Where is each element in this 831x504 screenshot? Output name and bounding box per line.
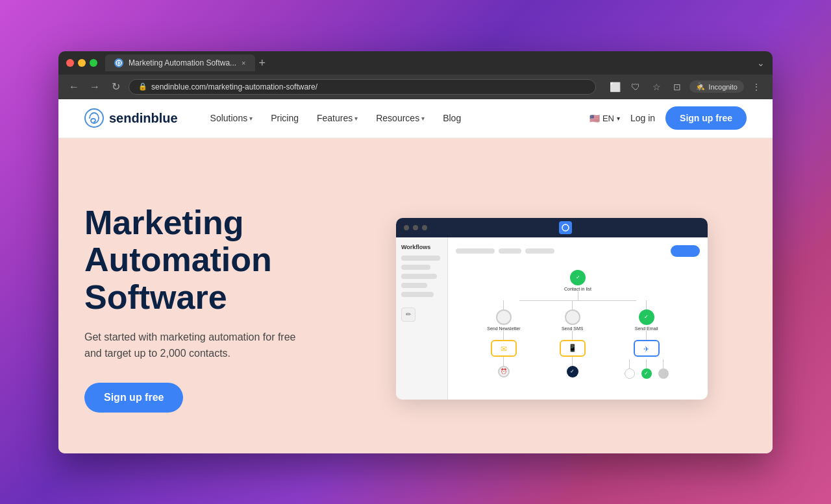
incognito-badge: 🕵 Incognito — [689, 80, 744, 93]
nav-right: 🇺🇸 EN ▾ Log in Sign up free — [589, 106, 747, 130]
refresh-button[interactable]: ↻ — [108, 79, 123, 95]
toolbar-bar-2 — [499, 248, 521, 254]
pricing-nav-link[interactable]: Pricing — [271, 113, 299, 123]
after-sms-line — [572, 357, 573, 366]
mockup-titlebar — [396, 218, 708, 237]
start-line — [578, 291, 578, 300]
workflow-diagram: ✓ Contact in list — [456, 267, 700, 379]
address-bar[interactable]: 🔒 sendinblue.com/marketing-automation-so… — [129, 79, 596, 95]
logo-icon — [84, 108, 104, 128]
sms-box: 📱 — [560, 340, 586, 357]
hero-cta-button[interactable]: Sign up free — [84, 383, 183, 413]
mockup-body: Workflows ✏ — [396, 237, 708, 400]
forward-button[interactable]: → — [87, 79, 103, 95]
tab-close-button[interactable]: × — [242, 59, 245, 67]
logo-text: sendinblue — [109, 111, 178, 126]
hero-title: Marketing Automation Software — [84, 204, 331, 316]
login-button[interactable]: Log in — [630, 113, 655, 123]
envelope-icon — [501, 342, 507, 354]
hero-section: Marketing Automation Software Get starte… — [58, 138, 773, 453]
tab-favicon — [114, 58, 123, 67]
dot-yellow[interactable] — [78, 59, 86, 67]
email-line-bottom — [646, 331, 647, 340]
newsletter-line-top — [503, 300, 504, 309]
resources-nav-link[interactable]: Resources ▾ — [376, 113, 425, 123]
browser-tab[interactable]: Marketing Automation Softwa... × — [105, 54, 255, 71]
features-nav-link[interactable]: Features ▾ — [317, 113, 358, 123]
branch-row: Send Newsletter ⏰ — [487, 300, 668, 379]
lang-chevron: ▾ — [617, 115, 620, 122]
extensions-button[interactable]: ⬜ — [606, 78, 623, 95]
newsletter-branch: Send Newsletter ⏰ — [487, 300, 520, 378]
toolbar-right: ⬜ 🛡 ☆ ⊡ 🕵 Incognito ⋮ — [606, 78, 765, 95]
branch-connector — [519, 300, 636, 301]
hero-image: Workflows ✏ — [357, 218, 747, 400]
mockup-dot-2 — [413, 225, 418, 230]
sidebar-item-1 — [401, 256, 440, 261]
website-content: sendinblue Solutions ▾ Pricing Features … — [58, 99, 773, 453]
email-sub-1 — [625, 359, 635, 379]
sms-branch: Send SMS 📱 ✓ — [560, 300, 586, 378]
sms-label: Send SMS — [562, 326, 583, 331]
email-sub-2: ✓ — [641, 359, 652, 379]
email-sub-3 — [658, 359, 669, 379]
email-branch: ✓ Send Email — [625, 300, 669, 379]
sub-node-3 — [658, 368, 669, 379]
toolbar-bar-3 — [525, 248, 554, 254]
navbar: sendinblue Solutions ▾ Pricing Features … — [58, 99, 773, 138]
browser-titlebar: Marketing Automation Softwa... × + ⌄ — [58, 51, 773, 75]
bookmark-button[interactable]: ☆ — [648, 78, 665, 95]
sms-line-bottom — [572, 331, 573, 340]
lang-label: EN — [602, 114, 614, 123]
incognito-label: Incognito — [708, 83, 738, 91]
url-text: sendinblue.com/marketing-automation-soft… — [151, 82, 317, 91]
shield-button[interactable]: 🛡 — [627, 78, 644, 95]
solutions-nav-link[interactable]: Solutions ▾ — [210, 113, 253, 123]
email-line-top — [646, 300, 647, 309]
email-node: ✓ — [639, 309, 654, 325]
plane-icon — [643, 342, 649, 354]
blog-nav-link[interactable]: Blog — [443, 113, 461, 123]
newsletter-box — [491, 340, 517, 357]
sidebar-section-label: Workflows — [401, 244, 442, 250]
svg-point-2 — [562, 224, 569, 231]
new-tab-button[interactable]: + — [259, 57, 266, 69]
mockup-sidebar: Workflows ✏ — [396, 237, 448, 400]
back-button[interactable]: ← — [66, 79, 82, 95]
mockup-main-content: ✓ Contact in list — [448, 237, 708, 400]
check-dark-node: ✓ — [567, 366, 578, 378]
mock-create-button — [671, 245, 700, 257]
sidebar-item-2 — [401, 265, 430, 270]
clock-node-1: ⏰ — [498, 366, 510, 378]
features-chevron: ▾ — [354, 115, 358, 122]
email-box — [634, 340, 660, 357]
edit-icon: ✏ — [401, 307, 416, 322]
tab-title: Marketing Automation Softwa... — [129, 58, 236, 67]
logo[interactable]: sendinblue — [84, 108, 178, 128]
sidebar-item-3 — [401, 274, 437, 279]
language-selector[interactable]: 🇺🇸 EN ▾ — [589, 114, 620, 123]
more-options-button[interactable]: ⋮ — [748, 78, 765, 95]
sub-node-2: ✓ — [641, 368, 652, 379]
browser-window: Marketing Automation Softwa... × + ⌄ ← →… — [58, 51, 773, 453]
resources-chevron: ▾ — [421, 115, 425, 122]
flag-icon: 🇺🇸 — [589, 114, 600, 123]
browser-dots — [66, 59, 97, 67]
tab-manager-button[interactable]: ⊡ — [669, 78, 686, 95]
navbar-signup-button[interactable]: Sign up free — [665, 106, 747, 130]
dot-green[interactable] — [90, 59, 97, 67]
workflow-mockup: Workflows ✏ — [396, 218, 708, 400]
newsletter-line-bottom — [503, 331, 504, 340]
toolbar-bar-1 — [456, 248, 495, 254]
solutions-chevron: ▾ — [249, 115, 253, 122]
start-node: ✓ Contact in list — [564, 270, 591, 300]
window-collapse-button[interactable]: ⌄ — [757, 58, 765, 68]
dot-red[interactable] — [66, 59, 74, 67]
newsletter-node — [496, 309, 512, 325]
sidebar-item-4 — [401, 283, 427, 288]
mockup-dot-3 — [422, 225, 427, 230]
mockup-dot-1 — [404, 225, 409, 230]
email-sub-branches: ✓ — [625, 359, 669, 379]
start-node-label: Contact in list — [564, 287, 591, 291]
security-icon: 🔒 — [138, 82, 147, 91]
